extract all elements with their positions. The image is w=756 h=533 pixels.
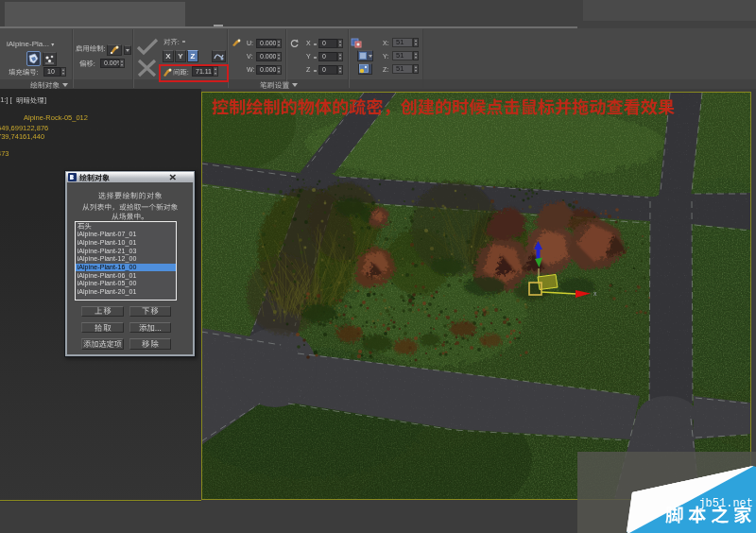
svg-text:x: x — [593, 290, 597, 297]
